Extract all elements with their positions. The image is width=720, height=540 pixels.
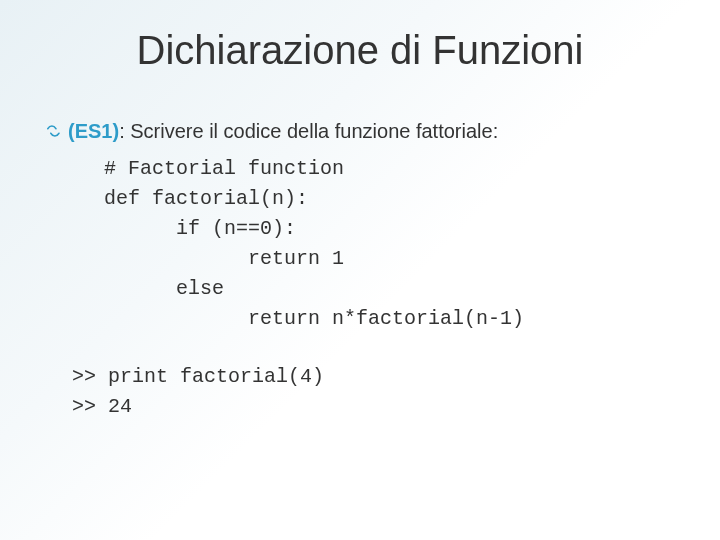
- output-line-1: >> 24: [72, 395, 132, 418]
- bullet-text: (ES1): Scrivere il codice della funzione…: [68, 120, 498, 143]
- code-line-5: return n*factorial(n-1): [104, 307, 524, 330]
- exercise-text: : Scrivere il codice della funzione fatt…: [119, 120, 498, 142]
- bullet-line: (ES1): Scrivere il codice della funzione…: [44, 120, 680, 146]
- code-block: # Factorial function def factorial(n): i…: [104, 154, 680, 334]
- exercise-label: (ES1): [68, 120, 119, 142]
- slide-content: (ES1): Scrivere il codice della funzione…: [44, 120, 680, 422]
- output-block: >> print factorial(4) >> 24: [72, 362, 680, 422]
- slide: Dichiarazione di Funzioni (ES1): Scriver…: [0, 0, 720, 540]
- code-line-2: if (n==0):: [104, 217, 296, 240]
- code-line-4: else: [104, 277, 224, 300]
- code-line-3: return 1: [104, 247, 344, 270]
- code-line-0: # Factorial function: [104, 157, 344, 180]
- bullet-icon: [44, 120, 62, 146]
- output-line-0: >> print factorial(4): [72, 365, 324, 388]
- slide-title: Dichiarazione di Funzioni: [0, 28, 720, 73]
- code-line-1: def factorial(n):: [104, 187, 308, 210]
